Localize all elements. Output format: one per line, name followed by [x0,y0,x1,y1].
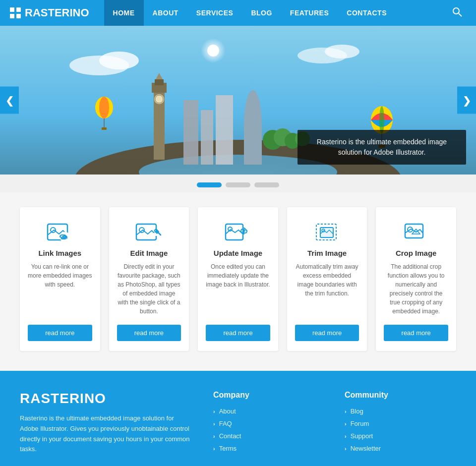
footer: RASTERINO Rasterino is the ultimate embe… [0,371,476,466]
prev-slide-button[interactable]: ❮ [0,87,19,114]
footer-link-support[interactable]: › Support [345,432,456,440]
svg-rect-25 [244,125,262,165]
footer-logo: RASTERINO [20,391,193,407]
footer-top: RASTERINO Rasterino is the ultimate embe… [20,391,456,466]
dot-3[interactable] [254,182,279,187]
card-description: The additional crop function allows you … [384,262,448,316]
chevron-icon: › [345,446,347,452]
footer-community-heading: Community [345,391,456,400]
chevron-icon: › [345,433,347,439]
dot-1[interactable] [197,182,222,187]
footer-link-newsletter[interactable]: › Newsletter [345,445,456,452]
slider-dots [0,175,476,192]
svg-rect-17 [155,79,164,85]
chevron-icon: › [213,421,215,427]
nav-item-home[interactable]: HOME [104,0,144,26]
svg-rect-22 [201,110,213,165]
svg-rect-33 [102,127,107,130]
card-read-more-button[interactable]: read more [117,325,181,341]
card-read-more-button[interactable]: read more [28,325,92,341]
chevron-icon: › [345,421,347,427]
footer-community-links: › Blog › Forum › Support › Newsletter [345,408,456,452]
footer-company-col: Company › About › FAQ › Contact › Terms [213,391,325,457]
svg-rect-23 [216,95,233,165]
hero-caption: Rasterino is the ultimate embedded image… [298,130,466,165]
logo: RASTERINO [10,6,89,19]
footer-company-links: › About › FAQ › Contact › Terms [213,408,325,452]
trim-image-icon [312,219,342,249]
card-read-more-button[interactable]: read more [206,325,270,341]
card-title: Edit Image [130,249,168,257]
nav-item-services[interactable]: SERVICES [187,0,242,26]
footer-link-blog[interactable]: › Blog [345,408,456,415]
footer-brand: RASTERINO Rasterino is the ultimate embe… [20,391,193,457]
card-link-images: Link Images You can re-link one or more … [20,207,100,351]
link-images-icon [45,219,75,249]
svg-point-20 [155,95,163,103]
chevron-icon: › [345,408,347,414]
card-read-more-button[interactable]: read more [295,325,359,341]
card-crop-image: Crop Image The additional crop function … [376,207,456,351]
chevron-icon: › [213,446,215,452]
search-icon[interactable] [448,7,466,19]
card-update-image: Update Image Once edited you can immedia… [198,207,278,351]
svg-rect-0 [10,7,14,12]
svg-point-8 [207,45,219,57]
footer-link-faq[interactable]: › FAQ [213,420,325,427]
chevron-icon: › [213,433,215,439]
footer-link-terms[interactable]: › Terms [213,445,325,452]
svg-point-31 [99,97,109,118]
crop-image-icon [401,219,431,249]
nav-item-blog[interactable]: BLOG [242,0,281,26]
nav-item-contacts[interactable]: CONTACTS [338,0,396,26]
svg-rect-1 [16,7,21,12]
card-title: Link Images [38,249,81,257]
svg-rect-2 [10,14,14,18]
card-read-more-button[interactable]: read more [384,325,448,341]
cards-grid: Link Images You can re-link one or more … [20,207,456,351]
dot-2[interactable] [226,182,250,187]
logo-icon [10,7,21,18]
update-image-icon [223,219,253,249]
svg-line-5 [459,13,462,16]
card-description: Automatically trim away excess embedded … [295,262,359,316]
footer-link-about[interactable]: › About [213,408,325,415]
features-section: Link Images You can re-link one or more … [0,192,476,371]
nav-item-features[interactable]: FEATURES [281,0,338,26]
svg-point-12 [325,45,359,58]
card-title: Crop Image [396,249,437,257]
card-description: Directly edit in your favourite package,… [117,262,181,316]
footer-brand-desc: Rasterino is the ultimate embedded image… [20,413,193,455]
footer-community-col: Community › Blog › Forum › Support › New… [345,391,456,457]
footer-link-forum[interactable]: › Forum [345,420,456,427]
hero-section: ❮ ❯ Rasterino is the ultimate embedded i… [0,26,476,175]
svg-rect-21 [183,100,198,165]
navbar: RASTERINO HOME ABOUT SERVICES BLOG FEATU… [0,0,476,26]
card-edit-image: Edit Image Directly edit in your favouri… [109,207,189,351]
svg-rect-3 [16,14,21,18]
nav-item-about[interactable]: ABOUT [144,0,187,26]
card-description: Once edited you can immediately update t… [206,262,270,316]
chevron-icon: › [213,408,215,414]
card-description: You can re-link one or more embedded ima… [28,262,92,316]
card-title: Update Image [214,249,262,257]
card-trim-image: Trim Image Automatically trim away exces… [287,207,367,351]
edit-image-icon [134,219,164,249]
svg-point-4 [453,8,459,14]
card-title: Trim Image [307,249,347,257]
footer-link-contact[interactable]: › Contact [213,432,325,440]
svg-point-10 [99,52,139,69]
next-slide-button[interactable]: ❯ [457,87,476,114]
footer-company-heading: Company [213,391,325,400]
nav-links: HOME ABOUT SERVICES BLOG FEATURES CONTAC… [104,0,448,26]
